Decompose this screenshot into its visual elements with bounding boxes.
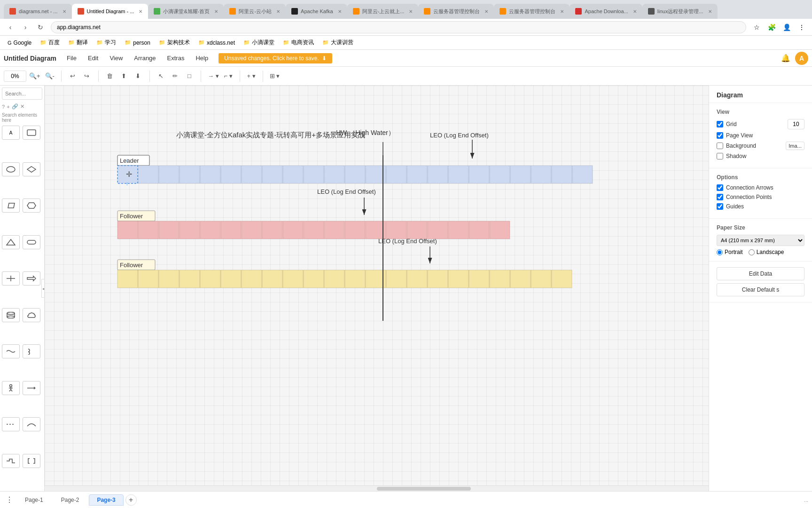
follower1-segments[interactable] — [117, 221, 510, 239]
bookmark-xdclass[interactable]: 📁 xdclass.net — [195, 39, 239, 47]
svg-rect-63[interactable] — [428, 221, 448, 239]
tab-close-2[interactable]: ✕ — [139, 9, 142, 14]
browser-tab-3[interactable]: 小滴课堂&旭耀-首页 ✕ — [148, 4, 224, 19]
bookmark-ecom[interactable]: 📁 电商资讯 — [279, 38, 318, 48]
more-pages-btn[interactable]: ⋮ — [4, 493, 15, 506]
bookmark-google[interactable]: G Google — [4, 39, 35, 47]
svg-rect-35[interactable] — [324, 166, 344, 183]
shape-arrow-right[interactable] — [23, 271, 40, 286]
svg-rect-80[interactable] — [386, 270, 406, 288]
svg-rect-71[interactable] — [200, 270, 220, 288]
svg-rect-58[interactable] — [324, 221, 344, 239]
browser-tab-5[interactable]: Apache Kafka ✕ — [286, 4, 347, 19]
collapse-left-panel[interactable]: ◀ — [41, 279, 45, 298]
undo-btn[interactable]: ↩ — [66, 70, 79, 83]
tab-close-6[interactable]: ✕ — [409, 9, 413, 14]
extensions-btn[interactable]: 🧩 — [765, 21, 778, 34]
svg-rect-41[interactable] — [448, 166, 468, 183]
svg-rect-47[interactable] — [572, 166, 593, 183]
menu-arrange[interactable]: Arrange — [129, 53, 160, 64]
settings-btn[interactable]: ⋮ — [795, 21, 808, 34]
svg-rect-49[interactable] — [138, 221, 158, 239]
insert-btn[interactable]: + ▾ — [245, 70, 258, 83]
shape-rect[interactable] — [23, 126, 40, 140]
tab-close-8[interactable]: ✕ — [560, 9, 564, 14]
leader-segments[interactable]: ✛ ↕ ↕ — [117, 158, 593, 186]
grid-checkbox[interactable] — [717, 121, 723, 127]
svg-rect-59[interactable] — [345, 221, 365, 239]
svg-rect-42[interactable] — [469, 166, 489, 183]
menu-help[interactable]: Help — [191, 53, 213, 64]
shape-man[interactable] — [2, 381, 20, 395]
menu-view[interactable]: View — [105, 53, 127, 64]
shape-wave[interactable] — [2, 344, 20, 358]
grid-value-input[interactable] — [788, 119, 804, 129]
svg-rect-70[interactable] — [180, 270, 200, 288]
browser-tab-9[interactable]: Apache Downloa... ✕ — [570, 4, 642, 19]
table-btn[interactable]: ⊞ ▾ — [268, 70, 282, 83]
pen-btn[interactable]: ✏ — [169, 70, 182, 83]
svg-rect-62[interactable] — [407, 221, 427, 239]
svg-rect-45[interactable] — [531, 166, 551, 183]
svg-rect-83[interactable] — [448, 270, 468, 288]
url-input[interactable] — [51, 21, 746, 33]
zoom-input[interactable] — [4, 71, 26, 82]
svg-rect-72[interactable] — [221, 270, 241, 288]
add-page-btn[interactable]: + — [125, 494, 137, 506]
svg-rect-74[interactable] — [262, 270, 282, 288]
tab-close-10[interactable]: ✕ — [708, 9, 712, 14]
svg-rect-61[interactable] — [386, 221, 406, 239]
svg-rect-48[interactable] — [117, 221, 138, 239]
svg-rect-55[interactable] — [262, 221, 282, 239]
shadow-checkbox[interactable] — [717, 153, 723, 159]
canvas-area[interactable]: 小滴课堂-全方位Kafak实战专题-玩转高可用+多场景应用实战 HW （High… — [45, 86, 709, 491]
tab-close-9[interactable]: ✕ — [633, 9, 637, 14]
svg-rect-86[interactable] — [510, 270, 531, 288]
svg-rect-52[interactable] — [200, 221, 220, 239]
bookmark-person[interactable]: 📁 person — [121, 39, 154, 47]
zoom-in-btn[interactable]: 🔍+ — [27, 70, 42, 83]
svg-rect-53[interactable] — [221, 221, 241, 239]
tab-close-3[interactable]: ✕ — [214, 9, 218, 14]
page-tab-3[interactable]: Page-3 — [89, 494, 123, 506]
svg-rect-32[interactable] — [262, 166, 282, 183]
portrait-radio[interactable] — [717, 249, 723, 255]
svg-rect-66[interactable] — [490, 221, 510, 239]
svg-rect-54[interactable] — [242, 221, 262, 239]
clear-default-btn[interactable]: Clear Default s — [717, 283, 804, 296]
reload-btn[interactable]: ↻ — [34, 21, 47, 34]
tab-close-4[interactable]: ✕ — [276, 9, 280, 14]
edit-data-btn[interactable]: Edit Data — [717, 267, 804, 280]
svg-rect-28[interactable] — [180, 166, 200, 183]
landscape-radio[interactable] — [749, 249, 755, 255]
profile-btn[interactable]: 👤 — [780, 21, 793, 34]
shape-cloud[interactable] — [23, 308, 40, 322]
shape-btn[interactable]: □ — [183, 70, 196, 83]
forward-btn[interactable]: › — [19, 21, 32, 34]
bookmark-training[interactable]: 📁 大课训营 — [319, 38, 357, 48]
svg-rect-68[interactable] — [138, 270, 158, 288]
svg-rect-82[interactable] — [428, 270, 448, 288]
svg-rect-38[interactable] — [386, 166, 406, 183]
save-notice[interactable]: Unsaved changes. Click here to save. ⬇ — [219, 53, 332, 64]
svg-rect-43[interactable] — [490, 166, 510, 183]
guides-checkbox[interactable] — [717, 203, 723, 210]
menu-edit[interactable]: Edit — [83, 53, 103, 64]
svg-rect-75[interactable] — [283, 270, 303, 288]
shape-curly[interactable] — [23, 344, 40, 358]
svg-rect-29[interactable] — [200, 166, 220, 183]
svg-rect-51[interactable] — [180, 221, 200, 239]
menu-file[interactable]: File — [62, 53, 81, 64]
shape-line-curve[interactable] — [23, 417, 40, 431]
canvas-scrollbar[interactable] — [45, 485, 709, 491]
browser-tab-8[interactable]: 云服务器管理控制台 ✕ — [494, 4, 570, 19]
to-back-btn[interactable]: ⬇ — [132, 70, 145, 83]
svg-rect-40[interactable] — [428, 166, 448, 183]
shape-text[interactable]: A — [2, 126, 20, 140]
scroll-thumb[interactable] — [377, 487, 471, 491]
shape-parallelogram[interactable] — [2, 198, 20, 213]
svg-rect-39[interactable] — [407, 166, 427, 183]
browser-tab-1[interactable]: diagrams.net - ... ✕ — [4, 4, 72, 19]
bookmark-study[interactable]: 📁 学习 — [93, 38, 120, 48]
tab-close-7[interactable]: ✕ — [484, 9, 488, 14]
